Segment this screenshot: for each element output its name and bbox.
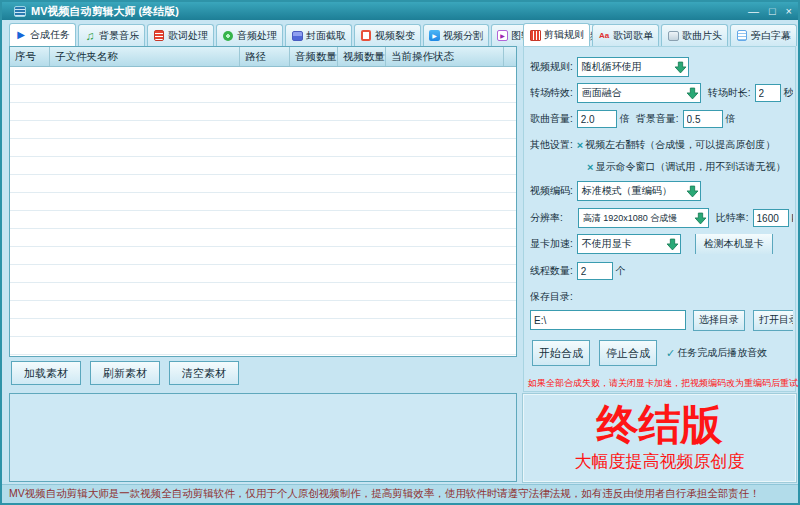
song-volume-label: 歌曲音量: xyxy=(530,112,573,126)
show-cmd-checkbox[interactable]: × 显示命令窗口（调试用，用不到话请无视） xyxy=(587,160,785,174)
open-dir-button[interactable]: 打开目录 xyxy=(753,310,793,331)
subtitle-document-icon xyxy=(737,30,747,41)
play-icon: ▶ xyxy=(15,29,27,41)
window-title: MV视频自动剪辑大师 (终结版) xyxy=(31,4,179,19)
tab-video-fission[interactable]: 视频裂变 xyxy=(354,24,421,46)
start-synthesis-button[interactable]: 开始合成 xyxy=(532,340,590,366)
col-path: 路径 xyxy=(240,47,290,66)
tab-label: 歌词歌单 xyxy=(613,29,653,43)
threads-input[interactable] xyxy=(577,262,613,280)
col-audio-count: 音频数量 xyxy=(290,47,338,66)
song-volume-input[interactable] xyxy=(577,110,617,128)
status-bar: MV视频自动剪辑大师是一款视频全自动剪辑软件，仅用于个人原创视频制作，提高剪辑效… xyxy=(2,484,798,503)
tab-label: 歌词处理 xyxy=(168,29,208,43)
minimize-button[interactable]: — xyxy=(748,3,759,19)
maximize-button[interactable]: □ xyxy=(769,3,776,19)
encode-label: 视频编码: xyxy=(530,184,573,198)
encode-value: 标准模式（重编码） xyxy=(582,184,672,198)
table-body[interactable] xyxy=(10,67,516,356)
tab-label: 封面截取 xyxy=(306,29,346,43)
tab-label: 视频裂变 xyxy=(375,29,415,43)
bitrate-label: 比特率: xyxy=(716,211,749,225)
cross-icon: × xyxy=(587,161,593,173)
chevron-down-icon xyxy=(694,212,707,225)
choose-dir-button[interactable]: 选择目录 xyxy=(693,310,745,331)
tab-background-music[interactable]: ♫ 背景音乐 xyxy=(78,24,145,46)
col-folder-name: 子文件夹名称 xyxy=(50,47,240,66)
seconds-unit: 秒 xyxy=(784,86,793,100)
resolution-dropdown[interactable]: 高清 1920x1080 合成慢 xyxy=(578,208,709,228)
log-panel xyxy=(9,393,517,482)
clear-material-button[interactable]: 清空素材 xyxy=(169,361,239,385)
transition-duration-label: 转场时长: xyxy=(708,86,751,100)
image-play-icon: ▶ xyxy=(497,30,508,41)
bg-volume-label: 背景音量: xyxy=(636,112,679,126)
audio-icon xyxy=(223,31,233,41)
chevron-down-icon xyxy=(674,61,687,74)
tab-lyrics-processing[interactable]: 歌词处理 xyxy=(147,24,214,46)
video-rule-dropdown[interactable]: 随机循环使用 xyxy=(577,57,689,77)
tab-synthesis-task[interactable]: ▶ 合成任务 xyxy=(9,23,76,46)
tab-label: 背景音乐 xyxy=(99,29,139,43)
transition-dropdown[interactable]: 画面融合 xyxy=(577,83,701,103)
tab-audio-processing[interactable]: 音频处理 xyxy=(216,24,283,46)
transition-value: 画面融合 xyxy=(582,86,622,100)
sound-on-complete-checkbox[interactable]: ✓ 任务完成后播放音效 xyxy=(666,346,767,360)
transition-duration-input[interactable] xyxy=(755,84,781,102)
tab-narration-subtitle[interactable]: 旁白字幕 xyxy=(730,24,797,46)
bitrate-unit: k xyxy=(792,213,793,224)
tab-cover-capture[interactable]: 封面截取 xyxy=(285,24,352,46)
tab-label: 歌曲片头 xyxy=(682,29,722,43)
tab-edit-rules[interactable]: 剪辑规则 xyxy=(523,23,590,46)
tab-label: 合成任务 xyxy=(30,28,70,42)
promo-panel: 终结版 大幅度提高视频原创度 xyxy=(523,394,796,482)
tab-lyrics-playlist[interactable]: Aa 歌词歌单 xyxy=(592,24,659,46)
transition-label: 转场特效: xyxy=(530,86,573,100)
material-buttons: 加载素材 刷新素材 清空素材 xyxy=(11,361,239,385)
bg-volume-input[interactable] xyxy=(683,110,723,128)
load-material-button[interactable]: 加载素材 xyxy=(11,361,81,385)
letters-icon: Aa xyxy=(598,30,610,42)
tab-label: 视频分割 xyxy=(443,29,483,43)
bitrate-input[interactable] xyxy=(753,209,789,227)
col-spacer xyxy=(504,47,516,66)
right-tab-strip: 剪辑规则 Aa 歌词歌单 歌曲片头 旁白字幕 导出标题 xyxy=(523,23,800,46)
detect-gpu-button[interactable]: 检测本机显卡 xyxy=(695,234,773,254)
red-document-icon xyxy=(154,30,164,41)
window-controls: — □ × xyxy=(748,3,792,19)
threads-label: 线程数量: xyxy=(530,264,573,278)
close-button[interactable]: × xyxy=(786,3,792,19)
gpu-dropdown[interactable]: 不使用显卡 xyxy=(577,234,681,254)
chevron-down-icon xyxy=(686,185,699,198)
app-window: MV视频自动剪辑大师 (终结版) — □ × ▶ 合成任务 ♫ 背景音乐 歌词处… xyxy=(0,0,800,505)
tab-video-split[interactable]: ▶ 视频分割 xyxy=(423,24,489,46)
other-settings-label: 其他设置: xyxy=(530,138,573,152)
failure-warning-text: 如果全部合成失败，请关闭显卡加速，把视频编码改为重编码后重试 xyxy=(528,377,798,390)
video-play-icon: ▶ xyxy=(429,30,440,41)
check-icon: ✓ xyxy=(666,347,675,360)
col-status: 当前操作状态 xyxy=(386,47,504,66)
settings-panel: 视频规则: 随机循环使用 转场特效: 画面融合 转场时长: 秒 歌曲音量: 倍 … xyxy=(523,46,796,392)
tab-label: 音频处理 xyxy=(237,29,277,43)
tab-label: 旁白字幕 xyxy=(751,29,791,43)
film-icon xyxy=(530,30,541,41)
sound-on-complete-label: 任务完成后播放音效 xyxy=(677,346,767,360)
resolution-label: 分辨率: xyxy=(530,211,563,225)
save-dir-input[interactable] xyxy=(530,310,686,330)
stop-synthesis-button[interactable]: 停止合成 xyxy=(599,340,657,366)
picture-icon xyxy=(668,31,679,41)
refresh-material-button[interactable]: 刷新素材 xyxy=(90,361,160,385)
edition-subtitle: 大幅度提高视频原创度 xyxy=(575,450,745,473)
tab-song-intro[interactable]: 歌曲片头 xyxy=(661,24,728,46)
encode-dropdown[interactable]: 标准模式（重编码） xyxy=(577,181,701,201)
flip-video-checkbox[interactable]: × 视频左右翻转（合成慢，可以提高原创度） xyxy=(577,138,775,152)
resolution-value: 高清 1920x1080 合成慢 xyxy=(583,212,678,225)
table-header: 序号 子文件夹名称 路径 音频数量 视频数量 当前操作状态 xyxy=(10,47,516,67)
gpu-label: 显卡加速: xyxy=(530,237,573,251)
flip-video-label: 视频左右翻转（合成慢，可以提高原创度） xyxy=(585,138,775,152)
col-video-count: 视频数量 xyxy=(338,47,386,66)
app-icon xyxy=(14,6,26,17)
times-unit: 倍 xyxy=(620,112,630,126)
video-rule-value: 随机循环使用 xyxy=(582,60,642,74)
video-rule-label: 视频规则: xyxy=(530,60,573,74)
